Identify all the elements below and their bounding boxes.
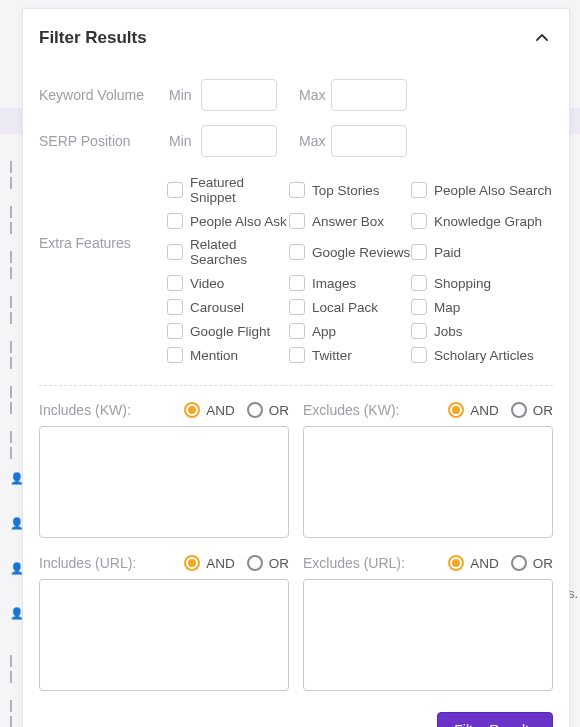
- feature-checkbox-item[interactable]: Related Searches: [167, 237, 289, 267]
- and-label: AND: [206, 403, 235, 418]
- feature-label: Images: [312, 276, 356, 291]
- feature-checkbox-item[interactable]: Knowledge Graph: [411, 213, 553, 229]
- feature-checkbox-item[interactable]: Mention: [167, 347, 289, 363]
- feature-checkbox-item[interactable]: Paid: [411, 237, 553, 267]
- feature-checkbox-item[interactable]: Shopping: [411, 275, 553, 291]
- includes-kw-textarea[interactable]: [39, 426, 289, 538]
- checkbox-icon[interactable]: [411, 244, 427, 260]
- bg-bars-icon: [10, 340, 14, 352]
- bg-bars-icon: [10, 699, 14, 711]
- excludes-kw-or-radio[interactable]: [511, 402, 527, 418]
- feature-label: Related Searches: [190, 237, 289, 267]
- chevron-up-icon: [535, 31, 549, 45]
- feature-label: Twitter: [312, 348, 352, 363]
- collapse-toggle[interactable]: [531, 27, 553, 49]
- includes-url-and-radio[interactable]: [184, 555, 200, 571]
- feature-label: People Also Search: [434, 183, 552, 198]
- includes-kw-and-radio[interactable]: [184, 402, 200, 418]
- include-exclude-grid: Includes (KW): AND OR Excludes (KW): AND…: [39, 402, 553, 694]
- feature-label: App: [312, 324, 336, 339]
- feature-checkbox-item[interactable]: App: [289, 323, 411, 339]
- feature-checkbox-item[interactable]: Answer Box: [289, 213, 411, 229]
- checkbox-icon[interactable]: [167, 299, 183, 315]
- checkbox-icon[interactable]: [411, 323, 427, 339]
- keyword-volume-min-input[interactable]: [201, 79, 277, 111]
- checkbox-icon[interactable]: [289, 244, 305, 260]
- includes-url-radio-group: AND OR: [184, 555, 289, 571]
- checkbox-icon[interactable]: [411, 213, 427, 229]
- checkbox-icon[interactable]: [411, 299, 427, 315]
- excludes-kw-and-radio[interactable]: [448, 402, 464, 418]
- feature-label: Featured Snippet: [190, 175, 289, 205]
- or-label: OR: [533, 403, 553, 418]
- serp-position-min-input[interactable]: [201, 125, 277, 157]
- feature-label: Scholary Articles: [434, 348, 534, 363]
- checkbox-icon[interactable]: [289, 299, 305, 315]
- includes-url-or-radio[interactable]: [247, 555, 263, 571]
- extra-features-row: Extra Features Featured SnippetTop Stori…: [39, 175, 553, 363]
- keyword-volume-row: Keyword Volume Min Max: [39, 79, 553, 111]
- feature-label: Jobs: [434, 324, 463, 339]
- checkbox-icon[interactable]: [289, 213, 305, 229]
- feature-label: Answer Box: [312, 214, 384, 229]
- excludes-kw-block: Excludes (KW): AND OR: [303, 402, 553, 541]
- max-label: Max: [299, 133, 331, 149]
- feature-checkbox-item[interactable]: People Also Ask: [167, 213, 289, 229]
- feature-checkbox-item[interactable]: Top Stories: [289, 175, 411, 205]
- feature-checkbox-item[interactable]: Video: [167, 275, 289, 291]
- excludes-url-or-radio[interactable]: [511, 555, 527, 571]
- serp-position-max-input[interactable]: [331, 125, 407, 157]
- filter-panel: Filter Results Keyword Volume Min Max SE…: [22, 8, 570, 727]
- checkbox-icon[interactable]: [167, 323, 183, 339]
- includes-kw-or-radio[interactable]: [247, 402, 263, 418]
- and-label: AND: [206, 556, 235, 571]
- checkbox-icon[interactable]: [289, 347, 305, 363]
- checkbox-icon[interactable]: [289, 323, 305, 339]
- feature-checkbox-item[interactable]: Map: [411, 299, 553, 315]
- checkbox-icon[interactable]: [411, 275, 427, 291]
- feature-label: Top Stories: [312, 183, 380, 198]
- checkbox-icon[interactable]: [411, 347, 427, 363]
- feature-label: Carousel: [190, 300, 244, 315]
- panel-header: Filter Results: [39, 27, 553, 49]
- feature-label: Map: [434, 300, 460, 315]
- feature-checkbox-item[interactable]: Jobs: [411, 323, 553, 339]
- includes-url-label: Includes (URL):: [39, 555, 184, 571]
- feature-checkbox-item[interactable]: People Also Search: [411, 175, 553, 205]
- feature-checkbox-item[interactable]: Google Flight: [167, 323, 289, 339]
- checkbox-icon[interactable]: [167, 213, 183, 229]
- includes-kw-radio-group: AND OR: [184, 402, 289, 418]
- excludes-kw-radio-group: AND OR: [448, 402, 553, 418]
- bg-bars-icon: [10, 160, 14, 172]
- checkbox-icon[interactable]: [289, 275, 305, 291]
- includes-url-textarea[interactable]: [39, 579, 289, 691]
- checkbox-icon[interactable]: [289, 182, 305, 198]
- feature-checkbox-item[interactable]: Twitter: [289, 347, 411, 363]
- min-label: Min: [169, 133, 201, 149]
- feature-label: Video: [190, 276, 224, 291]
- max-label: Max: [299, 87, 331, 103]
- panel-footer: Filter Results: [39, 712, 553, 727]
- excludes-url-and-radio[interactable]: [448, 555, 464, 571]
- checkbox-icon[interactable]: [167, 244, 183, 260]
- feature-checkbox-item[interactable]: Featured Snippet: [167, 175, 289, 205]
- bg-bars-icon: [10, 250, 14, 262]
- checkbox-icon[interactable]: [167, 182, 183, 198]
- excludes-url-textarea[interactable]: [303, 579, 553, 691]
- checkbox-icon[interactable]: [167, 347, 183, 363]
- extra-features-grid: Featured SnippetTop StoriesPeople Also S…: [167, 175, 553, 363]
- serp-position-label: SERP Position: [39, 133, 169, 149]
- feature-label: People Also Ask: [190, 214, 287, 229]
- keyword-volume-max-input[interactable]: [331, 79, 407, 111]
- feature-checkbox-item[interactable]: Google Reviews: [289, 237, 411, 267]
- feature-checkbox-item[interactable]: Carousel: [167, 299, 289, 315]
- checkbox-icon[interactable]: [411, 182, 427, 198]
- feature-checkbox-item[interactable]: Images: [289, 275, 411, 291]
- filter-results-button[interactable]: Filter Results: [437, 712, 553, 727]
- feature-checkbox-item[interactable]: Scholary Articles: [411, 347, 553, 363]
- feature-label: Knowledge Graph: [434, 214, 542, 229]
- excludes-kw-textarea[interactable]: [303, 426, 553, 538]
- and-label: AND: [470, 403, 499, 418]
- checkbox-icon[interactable]: [167, 275, 183, 291]
- feature-checkbox-item[interactable]: Local Pack: [289, 299, 411, 315]
